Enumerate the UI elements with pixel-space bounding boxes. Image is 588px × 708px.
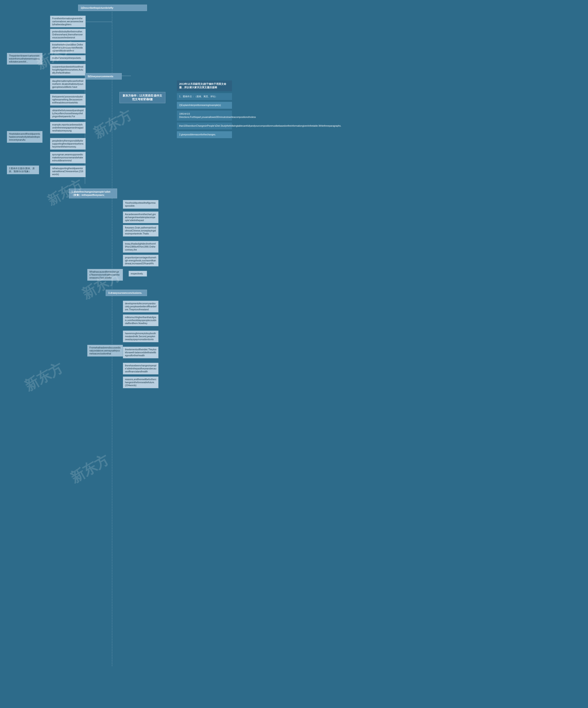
node-howtotakecare: Howtotakecareoftheoldparentshasbecomeaho… <box>7 131 42 143</box>
node-rn1: Youshouldquoteasfewfiguresaspossible. <box>123 200 158 209</box>
node-main-title: 新东方徐华：12月英语四 级作文范文考前背诵8篇 <box>119 92 165 103</box>
watermark-6: 新东方 <box>67 450 112 487</box>
node-respectively: respectively. <box>129 271 147 276</box>
node-ln13: ayoungman,wearesupposedtomakeitonyonouro… <box>50 152 86 164</box>
node-rn5: proportion/percentageofsomehigh-energyfo… <box>123 255 158 266</box>
node-ln2: pretendtolookaftertheirmother.Ontheoneha… <box>50 29 86 40</box>
panel-item5: 2.givepossiblereasonforthechanges. <box>177 131 232 138</box>
page-layout: 新东方 新东方 新东方 新东方 新东方 新东方 1)Describethepic… <box>0 0 232 699</box>
node-rn4: tosay,ithadaslightdeclinefrom49%in1986to… <box>123 241 158 253</box>
node-ln10: example,reportscanbeeasilyfoundinthenews… <box>50 122 86 134</box>
node-rn10: Fromwhathasbeendiscussed/analyzedabove,w… <box>87 345 123 357</box>
node-rn2: Ascanbeseenfromthechart,greatchangeshave… <box>123 211 158 223</box>
panel-item1: 1、图画作文：（面画、寓意、评论） <box>177 93 232 100</box>
node-mother-money: mother'smoneyinherpockets. <box>50 55 86 61</box>
panel-item2-title: 2)Explain/interpretitsmeaning/example(s) <box>177 102 232 109</box>
node-chart-writing: 2.图表作文题目(图表、原因、预测/办法/现象） <box>7 166 39 174</box>
node-rn11: theelementsoftheirdiet.Theylookforawell-… <box>123 347 158 358</box>
panel-item3: 1991年6月Directions:Forthispart,youareallo… <box>177 111 232 121</box>
node-ln14: isthatsupportingtheoldparentsisatraditio… <box>50 166 86 177</box>
node-giveyourcomments: 3)Giveyourcomments <box>85 73 122 80</box>
watermark-5: 新东方 <box>21 359 66 395</box>
node-ln8: theirparents'possessionsbydoingthesameth… <box>50 94 86 106</box>
node-painter: Thepainter/drawer/cartoonistriestoinfrom… <box>7 53 42 65</box>
panel-main-title: 2013年12月四级范文(趋于倾向于用英文命题，所以请大家关注英文题目提纲 <box>177 81 232 91</box>
node-rn7: developmentofeconomyandsociety,peopleare… <box>123 301 158 313</box>
node-describe-briefly: 1)Describethepicturebriefly <box>78 5 147 11</box>
node-state-changes: 1.statethechangesinpeople'sdiet（饮食）inthe… <box>69 188 117 198</box>
right-panel: 2013年12月四级范文(趋于倾向于用英文命题，所以请大家关注英文题目提纲 1、… <box>177 81 232 140</box>
node-rn3: fiveyears.Grain,asthemainfoodofmostChine… <box>123 225 158 237</box>
node-ln6: ourparentsandwedothiswithnothoughtofgain… <box>50 64 86 76</box>
node-rn9: haveenoughmoneytobuyboothmeatandmilk.Sec… <box>123 330 158 342</box>
node-rn12: therehavebeenchangesinpeople'sdietinthep… <box>123 363 158 375</box>
node-draw-conclusions: 3.drawyourownconclusions. <box>106 290 147 296</box>
node-rn8: milkismuchhigherthanthatofgrain,sointheo… <box>123 315 158 326</box>
node-ln7: daughtersattempttocarefortheirmotherin d… <box>50 78 86 90</box>
node-ln9: obtainthefortuneeasilyandrapidly,theyoft… <box>50 108 86 119</box>
node-ln12: peopledenytheresponsibilityforsupporting… <box>50 138 86 150</box>
watermark-2: 新东方 <box>90 106 135 143</box>
node-ln1: Fromtheinformationgiveninthecartoonabove… <box>50 16 86 27</box>
node-rn6: Whathascausedthesechanges?Itseemstometha… <box>87 269 123 281</box>
panel-item4: than100wordsonChangesinPeople'sDiet.Stud… <box>177 122 232 129</box>
node-ln3: knowheresheshouldlive.Ontheotherhand,the… <box>50 42 86 54</box>
node-rn13: reasons,andtherewillbefurtherchangesinth… <box>123 377 158 388</box>
